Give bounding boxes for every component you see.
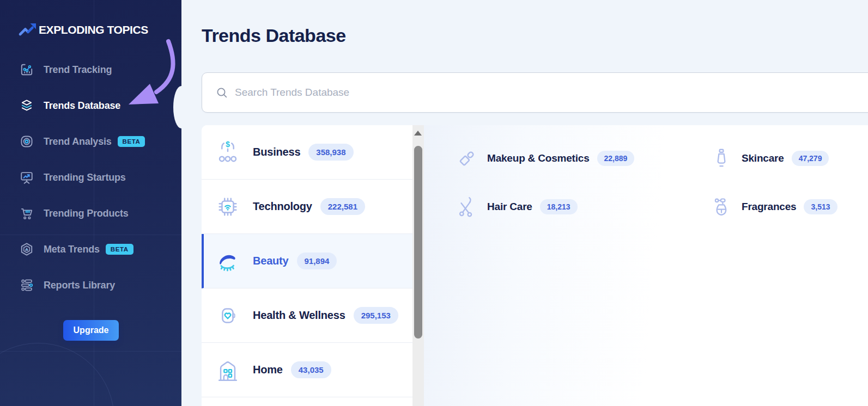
category-row-technology[interactable]: Technology 222,581 <box>202 180 412 234</box>
category-label: Health & Wellness <box>253 309 345 322</box>
subcategory-fragrances[interactable]: Fragrances 3,513 <box>710 194 837 220</box>
subcategory-count-badge: 3,513 <box>804 199 837 214</box>
trend-tracking-icon <box>20 63 34 77</box>
subcategory-label: Fragrances <box>742 201 796 213</box>
sidebar-item-label: Trending Products <box>44 208 129 219</box>
subcategory-label: Hair Care <box>487 201 532 213</box>
trending-products-icon <box>20 206 34 220</box>
subcategory-makeup-cosmetics[interactable]: Makeup & Cosmetics 22,889 <box>456 145 634 171</box>
search-bar[interactable] <box>202 72 868 113</box>
sidebar-item-trending-products[interactable]: Trending Products <box>0 195 181 231</box>
category-label: Technology <box>253 200 312 213</box>
sidebar-item-trending-startups[interactable]: Trending Startups <box>0 159 181 195</box>
subcategory-count-badge: 22,889 <box>597 151 635 166</box>
skincare-icon <box>710 147 733 170</box>
scroll-up-arrow-icon[interactable] <box>414 131 422 136</box>
subcategory-count-badge: 18,213 <box>540 199 578 214</box>
business-icon: $ <box>215 140 240 165</box>
category-list: $ Business 358,938 Technology <box>202 125 412 406</box>
sidebar-item-label: Reports Library <box>44 280 115 291</box>
beauty-icon <box>215 249 240 274</box>
category-scrollbar[interactable] <box>412 125 424 406</box>
hair-care-icon <box>456 195 478 218</box>
category-count-badge: 295,153 <box>354 307 398 324</box>
category-label: Beauty <box>253 255 289 267</box>
category-count-badge: 222,581 <box>320 198 365 215</box>
trends-database-icon <box>20 99 34 113</box>
sidebar-item-trends-database[interactable]: Trends Database <box>0 88 181 124</box>
sidebar-item-label: Trend Tracking <box>44 64 112 76</box>
category-count-badge: 91,894 <box>297 253 337 269</box>
scrollbar-thumb[interactable] <box>414 146 422 339</box>
sidebar: EXPLODING TOPICS Trend Tracking <box>0 0 181 406</box>
category-count-badge: 358,938 <box>308 144 353 161</box>
health-wellness-icon <box>215 303 240 328</box>
main-content: Trends Database $ B <box>181 0 868 406</box>
category-row-business[interactable]: $ Business 358,938 <box>202 125 412 180</box>
logo-trend-arrow-icon <box>18 21 38 39</box>
sidebar-decor-circle <box>0 343 114 406</box>
svg-text:$: $ <box>226 140 230 149</box>
fragrances-icon <box>710 195 733 218</box>
page-title: Trends Database <box>202 25 346 46</box>
subcategory-skincare[interactable]: Skincare 47,279 <box>710 145 829 171</box>
sidebar-item-label: Trending Startups <box>44 172 126 183</box>
meta-trends-icon <box>20 242 34 256</box>
upgrade-button[interactable]: Upgrade <box>63 320 119 341</box>
makeup-cosmetics-icon <box>456 147 478 170</box>
category-count-badge: 43,035 <box>291 361 331 378</box>
category-row-home[interactable]: Home 43,035 <box>202 343 412 397</box>
subcategory-panel: Makeup & Cosmetics 22,889 Skincare 47,27… <box>424 125 868 406</box>
category-label: Home <box>253 364 283 376</box>
category-row-beauty[interactable]: Beauty 91,894 <box>202 234 412 288</box>
sidebar-item-meta-trends[interactable]: Meta Trends BETA <box>0 231 181 267</box>
beta-badge: BETA <box>106 244 133 255</box>
beta-badge: BETA <box>118 136 145 147</box>
subcategory-count-badge: 47,279 <box>792 151 829 166</box>
sidebar-nav: Trend Tracking Trends Database Trend <box>0 52 181 303</box>
app-logo[interactable]: EXPLODING TOPICS <box>18 21 148 39</box>
subcategory-label: Makeup & Cosmetics <box>487 152 590 164</box>
category-row-health-wellness[interactable]: Health & Wellness 295,153 <box>202 288 412 343</box>
category-label: Business <box>253 146 300 158</box>
sidebar-item-reports-library[interactable]: Reports Library <box>0 267 181 303</box>
reports-library-icon <box>20 278 34 292</box>
technology-icon <box>215 194 240 219</box>
search-icon <box>216 87 228 99</box>
sidebar-item-label: Trends Database <box>44 100 120 112</box>
sidebar-item-label: Meta Trends <box>44 244 100 255</box>
trend-analysis-icon <box>20 134 34 149</box>
sidebar-item-trend-analysis[interactable]: Trend Analysis BETA <box>0 124 181 159</box>
logo-text: EXPLODING TOPICS <box>39 23 148 36</box>
subcategory-hair-care[interactable]: Hair Care 18,213 <box>456 194 578 220</box>
sidebar-item-trend-tracking[interactable]: Trend Tracking <box>0 52 181 88</box>
search-input[interactable] <box>235 87 868 99</box>
sidebar-item-label: Trend Analysis <box>44 136 112 147</box>
home-icon <box>215 358 240 383</box>
subcategory-label: Skincare <box>742 152 784 164</box>
trending-startups-icon <box>20 170 34 184</box>
